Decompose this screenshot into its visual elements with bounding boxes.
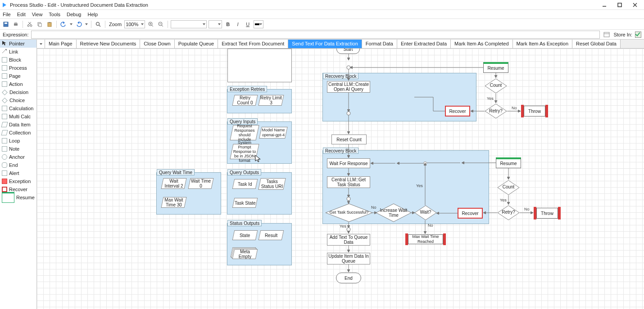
svg-marker-53 bbox=[2, 41, 6, 45]
paste-icon[interactable] bbox=[45, 20, 54, 28]
stencil-link[interactable]: Link bbox=[0, 48, 36, 56]
svg-rect-7 bbox=[14, 23, 18, 26]
print-icon[interactable] bbox=[12, 20, 20, 28]
menu-file[interactable]: File bbox=[3, 12, 11, 17]
tab-close-down[interactable]: Close Down bbox=[140, 40, 174, 48]
label-no-wait: No bbox=[428, 223, 433, 228]
cursor-icon bbox=[255, 155, 261, 163]
undo-dropdown[interactable] bbox=[69, 20, 73, 28]
label-yes-1: Yes bbox=[487, 96, 494, 101]
tab-strip: Main Page Retrieve New Documents Close D… bbox=[37, 40, 644, 49]
stencil-loop[interactable]: Loop bbox=[0, 137, 36, 145]
svg-point-67 bbox=[347, 112, 350, 115]
svg-rect-2 bbox=[618, 3, 621, 7]
cut-icon[interactable] bbox=[26, 20, 34, 28]
stencil-resume[interactable]: Resume bbox=[0, 193, 36, 202]
underline-button[interactable]: U bbox=[244, 20, 252, 28]
stencil-exception[interactable]: Exception bbox=[0, 177, 36, 185]
expression-button[interactable] bbox=[603, 31, 611, 39]
svg-line-20 bbox=[99, 25, 100, 27]
menu-tools[interactable]: Tools bbox=[49, 12, 60, 17]
stencil-alert[interactable]: Alert bbox=[0, 169, 36, 177]
app-icon bbox=[2, 2, 7, 8]
zoom-select[interactable]: 100% bbox=[124, 20, 145, 28]
svg-point-72 bbox=[347, 197, 350, 201]
tab-populate[interactable]: Populate Queue bbox=[175, 40, 218, 48]
svg-point-19 bbox=[96, 22, 100, 25]
tab-main-page[interactable]: Main Page bbox=[45, 40, 77, 48]
svg-rect-16 bbox=[49, 22, 50, 23]
tab-send-text[interactable]: Send Text For Data Extraction bbox=[288, 40, 362, 48]
svg-rect-14 bbox=[39, 23, 41, 27]
stencil-multicalc[interactable]: Multi Calc bbox=[0, 112, 36, 121]
toolbar-main: Zoom 100% B I U bbox=[0, 19, 644, 30]
tab-mark-exception[interactable]: Mark Item As Exception bbox=[513, 40, 573, 48]
tab-reset-global[interactable]: Reset Global Data bbox=[572, 40, 621, 48]
zoom-label: Zoom bbox=[108, 22, 122, 27]
stencil-block[interactable]: Block bbox=[0, 56, 36, 64]
bold-button[interactable]: B bbox=[224, 20, 232, 28]
store-in-label: Store In: bbox=[613, 32, 632, 37]
svg-rect-51 bbox=[604, 32, 609, 37]
label-no-1: No bbox=[512, 106, 517, 110]
tab-mark-complete[interactable]: Mark Item As Completed bbox=[451, 40, 512, 48]
undo-icon[interactable] bbox=[59, 20, 68, 28]
label-no-retry2: No bbox=[524, 207, 530, 211]
svg-line-54 bbox=[2, 49, 6, 53]
copy-icon[interactable] bbox=[36, 20, 44, 28]
close-button[interactable] bbox=[631, 1, 639, 9]
save-icon[interactable] bbox=[2, 20, 10, 28]
stencil-decision[interactable]: Decision bbox=[0, 88, 36, 96]
label-no-success: No bbox=[371, 205, 376, 210]
minimize-button[interactable] bbox=[601, 1, 608, 9]
italic-button[interactable]: I bbox=[234, 20, 242, 28]
svg-point-75 bbox=[347, 228, 350, 231]
label-yes-wait: Yes bbox=[416, 184, 423, 188]
stencil-pointer[interactable]: Pointer bbox=[0, 40, 36, 48]
stencil-choice[interactable]: Choice bbox=[0, 96, 36, 104]
font-size-select[interactable] bbox=[209, 20, 222, 28]
zoom-out-icon[interactable] bbox=[157, 20, 165, 28]
menu-help[interactable]: Help bbox=[87, 12, 98, 17]
diagram-canvas[interactable]: Exception Retries Retry Count 0 Retry Li… bbox=[37, 49, 644, 309]
font-select[interactable] bbox=[171, 20, 207, 28]
svg-rect-6 bbox=[5, 22, 7, 24]
stencil-process[interactable]: Process bbox=[0, 64, 36, 72]
svg-point-10 bbox=[30, 25, 32, 27]
font-color-select[interactable] bbox=[254, 20, 263, 28]
stencil-action[interactable]: Action bbox=[0, 80, 36, 88]
expression-input[interactable] bbox=[31, 31, 600, 39]
menu-debug[interactable]: Debug bbox=[67, 12, 81, 17]
tab-enter[interactable]: Enter Extracted Data bbox=[397, 40, 451, 48]
tab-dropdown[interactable] bbox=[37, 40, 45, 48]
tab-format[interactable]: Format Data bbox=[362, 40, 397, 48]
svg-line-24 bbox=[152, 25, 153, 27]
stencil-page[interactable]: Page bbox=[0, 72, 36, 80]
stencil-collection[interactable]: Collection bbox=[0, 129, 36, 137]
tab-retrieve[interactable]: Retrieve New Documents bbox=[77, 40, 141, 48]
label-yes-success: Yes bbox=[340, 224, 346, 228]
stencil-note[interactable]: Note bbox=[0, 145, 36, 153]
tab-extract[interactable]: Extract Text From Document bbox=[218, 40, 288, 48]
svg-marker-92 bbox=[255, 155, 260, 162]
stencil-dataitem[interactable]: Data Item bbox=[0, 121, 36, 129]
menu-edit[interactable]: Edit bbox=[17, 12, 26, 17]
label-yes-retry2: Yes bbox=[500, 198, 507, 202]
redo-dropdown[interactable] bbox=[85, 20, 88, 28]
search-icon[interactable] bbox=[94, 20, 102, 28]
menu-bar: File Edit View Tools Debug Help bbox=[0, 10, 644, 19]
window-title: Process Studio - Edit - Unstructured Doc… bbox=[10, 2, 148, 8]
redo-icon[interactable] bbox=[75, 20, 83, 28]
svg-rect-8 bbox=[14, 22, 17, 23]
svg-rect-15 bbox=[48, 22, 51, 27]
maximize-button[interactable] bbox=[616, 1, 623, 9]
stencil-anchor[interactable]: Anchor bbox=[0, 153, 36, 161]
svg-line-27 bbox=[162, 25, 163, 27]
svg-point-64 bbox=[347, 66, 350, 69]
menu-view[interactable]: View bbox=[32, 12, 43, 17]
store-in-checkbox[interactable] bbox=[635, 31, 641, 38]
svg-marker-0 bbox=[3, 3, 6, 7]
stencil-calculation[interactable]: Calculation bbox=[0, 104, 36, 112]
zoom-in-icon[interactable] bbox=[147, 20, 155, 28]
stencil-end[interactable]: End bbox=[0, 161, 36, 169]
